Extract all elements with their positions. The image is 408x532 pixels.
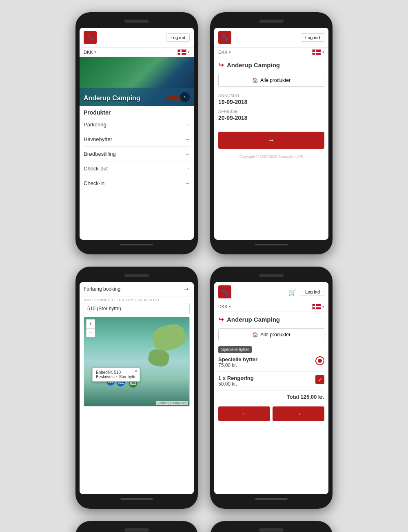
arrow-right-icon-3: → [184,151,190,157]
product-label-parkering: Parkering [84,121,106,128]
login-button-1[interactable]: Log ind [166,33,190,42]
login-button-2[interactable]: Log ind [301,33,324,42]
nav-next-button-4[interactable]: → [273,406,324,421]
map-attribution-3: Leaflet | CompuSoft [156,401,188,405]
total-label-4: Total [287,394,299,400]
camping-name-2: Anderup Camping [227,62,280,68]
phone-3: Forlæng booking → VÆLG ENHED ELLER TRYK … [75,267,198,509]
camping-name-4: Anderup Camping [227,316,280,323]
all-products-btn-2[interactable]: 🏠 Alle produkter [218,74,324,87]
popup-unit-label: EnhedNr. 510 [96,370,136,375]
product-item-brodbestilling[interactable]: Brødbestilling → [84,147,190,161]
phone-5: 🐾 🛒 Log ind DKK ▾ ▾ Tilføj mere Indkøbsk… [75,521,198,532]
hero-canoe-1 [165,96,182,100]
camping-arrow-icon-2: ↪ [218,61,224,69]
camping-title-bar-2: ↪ Anderup Camping [214,57,328,71]
departure-label-2: AFREJSE [218,109,324,114]
app-logo-1: 🐾 [84,31,97,44]
phone-1: 🐾 Log ind DKK ▾ ▾ Anderup Camping › Prod… [75,12,198,254]
product-item-checkout[interactable]: Check-out → [84,161,190,176]
login-button-4[interactable]: Log ind [301,288,324,296]
flag-chevron-2: ▾ [322,50,324,54]
continue-button-2[interactable]: → [218,132,324,149]
total-amount-4: 125,00 kr. [300,394,324,400]
flag-dk-icon-2 [312,49,321,55]
phone-bottom-bar-3 [120,498,153,500]
hero-arrow-icon-1[interactable]: › [180,92,190,102]
phone-bottom-bar-4 [255,498,288,500]
all-products-label-2: Alle produkter [260,77,290,83]
nav-buttons-4: ← → [214,403,328,424]
app-header-4: 🐾 🛒 Log ind [214,282,328,302]
map-header-bar-3: Forlæng booking → [80,282,194,296]
radio-button-1[interactable] [315,356,324,365]
popup-close-icon[interactable]: ✕ [135,369,138,373]
flag-area-2[interactable]: ▾ [312,49,324,55]
phone-2: 🐾 Log ind DKK ▾ ▾ ↪ Anderup Camping 🏠 Al… [210,12,333,254]
cart-product-row-2: 1 x Rengøring 50,00 kr. ✓ [214,372,328,390]
house-icon-2: 🏠 [252,77,258,83]
phone-bottom-bar-2 [255,244,288,245]
zoom-in-button-3[interactable]: + [86,319,95,328]
app-header-1: 🐾 Log ind [80,28,194,48]
map-content-3: ✕ EnhedNr. 510 Beskrivelse: Stor hytte 5… [84,317,189,406]
product1-name-4: Specielle hytter [218,356,257,362]
chevron-4: ▾ [229,305,231,309]
map-controls-3: + − [86,319,95,337]
screen-3: Forlæng booking → VÆLG ENHED ELLER TRYK … [80,282,194,494]
screen-2: 🐾 Log ind DKK ▾ ▾ ↪ Anderup Camping 🏠 Al… [214,28,328,240]
product2-price-4: 50,00 kr. [218,381,254,387]
product-item-checkin[interactable]: Check-in → [84,176,190,190]
currency-selector-1[interactable]: DKK ▾ [84,50,96,55]
hero-image-1: Anderup Camping › [80,57,194,106]
flag-dk-icon-1 [177,49,186,55]
cart-icon-4[interactable]: 🛒 [288,288,297,296]
app-subheader-2: DKK ▾ ▾ [214,48,328,57]
phone-4: 🐾 🛒 Log ind DKK ▾ ▾ ↪ Anderup Camping 🏠 … [210,267,333,509]
product-item-parkering[interactable]: Parkering → [84,117,190,132]
chevron-2: ▾ [229,50,231,54]
arrow-right-icon-4: → [184,166,190,172]
phone-notch-3 [124,274,149,277]
app-logo-2: 🐾 [218,31,231,44]
flag-chevron-1: ▾ [188,50,190,54]
arrow-right-icon: → [184,121,190,128]
phone-notch-2 [259,20,284,23]
app-header-2: 🐾 Log ind [214,28,328,48]
map-container-3[interactable]: + − ✕ EnhedNr. 510 Beskrivelse: Stor hyt… [84,317,190,406]
copyright-text-2: Copyright © 1987-2018 CompuSoft A/S [214,151,328,160]
app-subheader-4: DKK ▾ ▾ [214,302,328,311]
total-row-4: Total 125,00 kr. [214,391,328,403]
app-subheader-1: DKK ▾ ▾ [80,48,194,57]
camping-arrow-icon-4: ↪ [218,316,224,323]
phone-bottom-bar-1 [120,244,153,245]
currency-selector-2[interactable]: DKK ▾ [218,50,231,55]
products-title-1: Produkter [80,106,194,117]
map-section-label-3: VÆLG ENHED ELLER TRYK PÅ KORTET [80,296,194,303]
zoom-out-button-3[interactable]: − [86,328,95,337]
nav-back-button-4[interactable]: ← [218,406,270,421]
checkbox-rengoring[interactable]: ✓ [315,375,324,384]
camping-title-bar-4: ↪ Anderup Camping [214,311,328,326]
flag-area-4[interactable]: ▾ [312,304,324,309]
currency-label-1: DKK [84,50,93,55]
cart-product-row-1: Specielle hytter 75,00 kr. [214,353,328,371]
unit-input-3[interactable]: 510 (Stor hytte) [84,303,190,314]
map-land-patch-1 [150,322,188,354]
flag-area-1[interactable]: ▾ [177,49,190,55]
currency-selector-4[interactable]: DKK ▾ [218,304,231,309]
product-item-havnehytter[interactable]: Havnehytter → [84,132,190,147]
all-products-btn-4[interactable]: 🏠 Alle produkter [218,328,324,341]
arrow-right-icon-2: → [184,136,190,142]
product1-price-4: 75,00 kr. [218,362,257,368]
phone-notch-4 [259,274,284,277]
app-logo-4: 🐾 [218,285,231,298]
product-label-brodbestilling: Brødbestilling [84,151,116,157]
flag-chevron-4: ▾ [322,305,324,309]
house-icon-4: 🏠 [252,332,258,338]
product-list-1: Parkering → Havnehytter → Brødbestilling… [80,117,194,190]
screen-4: 🐾 🛒 Log ind DKK ▾ ▾ ↪ Anderup Camping 🏠 … [214,282,328,494]
product-label-havnehytter: Havnehytter [84,136,112,142]
screen-1: 🐾 Log ind DKK ▾ ▾ Anderup Camping › Prod… [80,28,194,240]
departure-date-2: 20-09-2018 [218,115,324,121]
